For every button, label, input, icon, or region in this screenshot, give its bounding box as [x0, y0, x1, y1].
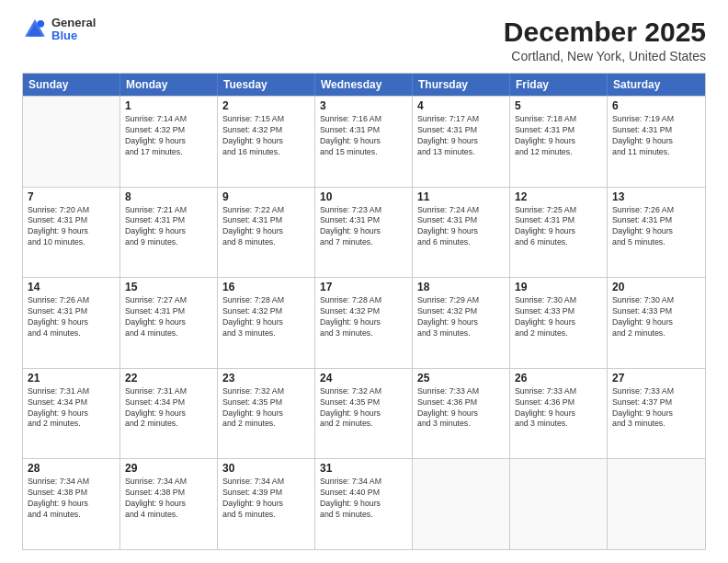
- day-number: 19: [515, 281, 602, 293]
- cell-line: Sunrise: 7:18 AM: [515, 114, 602, 125]
- cell-line: and 5 minutes.: [222, 510, 310, 521]
- calendar-row-1: 1Sunrise: 7:14 AMSunset: 4:32 PMDaylight…: [23, 96, 705, 187]
- location: Cortland, New York, United States: [504, 49, 706, 63]
- cell-line: Daylight: 9 hours: [28, 499, 115, 510]
- cell-line: Sunrise: 7:34 AM: [222, 477, 310, 488]
- cell-line: Sunset: 4:36 PM: [515, 397, 602, 408]
- cell-line: Daylight: 9 hours: [515, 226, 602, 237]
- header-day-friday: Friday: [510, 74, 608, 96]
- cell-line: Daylight: 9 hours: [515, 408, 602, 419]
- cell-line: and 3 minutes.: [417, 328, 505, 339]
- calendar-cell: 22Sunrise: 7:31 AMSunset: 4:34 PMDayligh…: [120, 369, 218, 459]
- cell-line: Sunrise: 7:23 AM: [320, 205, 407, 216]
- cell-line: Sunset: 4:35 PM: [222, 397, 310, 408]
- cell-line: Sunset: 4:31 PM: [125, 215, 212, 226]
- cell-line: and 2 minutes.: [222, 419, 310, 430]
- cell-line: Sunset: 4:32 PM: [417, 306, 505, 317]
- calendar-cell: 10Sunrise: 7:23 AMSunset: 4:31 PMDayligh…: [315, 188, 413, 278]
- header-day-tuesday: Tuesday: [218, 74, 315, 96]
- day-number: 31: [320, 462, 407, 475]
- cell-line: Sunset: 4:31 PM: [320, 215, 407, 226]
- cell-line: and 3 minutes.: [515, 419, 602, 430]
- cell-line: Sunrise: 7:16 AM: [320, 114, 407, 125]
- cell-line: Sunset: 4:32 PM: [222, 306, 310, 317]
- cell-line: Sunset: 4:35 PM: [320, 397, 407, 408]
- day-number: 4: [417, 99, 505, 112]
- cell-line: Sunset: 4:40 PM: [320, 488, 407, 499]
- month-title: December 2025: [504, 17, 706, 47]
- calendar-row-3: 14Sunrise: 7:26 AMSunset: 4:31 PMDayligh…: [23, 277, 705, 368]
- cell-line: and 3 minutes.: [417, 419, 505, 430]
- day-number: 23: [222, 372, 310, 385]
- day-number: 25: [417, 372, 505, 385]
- day-number: 7: [28, 190, 115, 203]
- calendar-cell: [413, 459, 510, 549]
- calendar-cell: 4Sunrise: 7:17 AMSunset: 4:31 PMDaylight…: [413, 97, 510, 187]
- logo-general: General: [51, 17, 96, 29]
- calendar-cell: 27Sunrise: 7:33 AMSunset: 4:37 PMDayligh…: [608, 369, 705, 459]
- cell-line: and 17 minutes.: [125, 147, 212, 158]
- cell-line: and 4 minutes.: [28, 328, 115, 339]
- calendar-cell: 28Sunrise: 7:34 AMSunset: 4:38 PMDayligh…: [23, 459, 120, 549]
- cell-line: Daylight: 9 hours: [28, 226, 115, 237]
- cell-line: and 16 minutes.: [222, 147, 310, 158]
- cell-line: Sunrise: 7:33 AM: [515, 386, 602, 397]
- day-number: 12: [515, 190, 602, 203]
- calendar-cell: 30Sunrise: 7:34 AMSunset: 4:39 PMDayligh…: [218, 459, 315, 549]
- cell-line: Daylight: 9 hours: [125, 499, 212, 510]
- header-day-wednesday: Wednesday: [315, 74, 413, 96]
- cell-line: Sunset: 4:33 PM: [612, 306, 700, 317]
- cell-line: Sunset: 4:37 PM: [612, 397, 700, 408]
- calendar-cell: 26Sunrise: 7:33 AMSunset: 4:36 PMDayligh…: [510, 369, 608, 459]
- cell-line: and 13 minutes.: [417, 147, 505, 158]
- cell-line: Sunrise: 7:28 AM: [320, 295, 407, 306]
- cell-line: Sunset: 4:31 PM: [28, 215, 115, 226]
- cell-line: Sunrise: 7:34 AM: [28, 477, 115, 488]
- cell-line: Sunrise: 7:30 AM: [612, 295, 700, 306]
- day-number: 22: [125, 372, 212, 385]
- cell-line: Sunset: 4:32 PM: [320, 306, 407, 317]
- calendar-cell: 8Sunrise: 7:21 AMSunset: 4:31 PMDaylight…: [120, 188, 218, 278]
- cell-line: Sunrise: 7:32 AM: [222, 386, 310, 397]
- calendar-cell: 24Sunrise: 7:32 AMSunset: 4:35 PMDayligh…: [315, 369, 413, 459]
- cell-line: and 5 minutes.: [320, 510, 407, 521]
- cell-line: Sunset: 4:31 PM: [515, 125, 602, 136]
- cell-line: and 10 minutes.: [28, 237, 115, 248]
- cell-line: Daylight: 9 hours: [125, 408, 212, 419]
- cell-line: and 6 minutes.: [417, 237, 505, 248]
- cell-line: and 4 minutes.: [28, 510, 115, 521]
- calendar-cell: 11Sunrise: 7:24 AMSunset: 4:31 PMDayligh…: [413, 188, 510, 278]
- cell-line: Sunrise: 7:34 AM: [320, 477, 407, 488]
- calendar-cell: 16Sunrise: 7:28 AMSunset: 4:32 PMDayligh…: [218, 278, 315, 368]
- calendar: SundayMondayTuesdayWednesdayThursdayFrid…: [22, 73, 706, 550]
- day-number: 27: [612, 372, 700, 385]
- calendar-row-5: 28Sunrise: 7:34 AMSunset: 4:38 PMDayligh…: [23, 458, 705, 549]
- cell-line: Daylight: 9 hours: [612, 226, 700, 237]
- cell-line: Sunset: 4:38 PM: [28, 488, 115, 499]
- cell-line: and 3 minutes.: [612, 419, 700, 430]
- cell-line: Daylight: 9 hours: [612, 317, 700, 328]
- day-number: 14: [28, 281, 115, 293]
- logo-blue: Blue: [51, 29, 96, 42]
- cell-line: Sunset: 4:31 PM: [612, 215, 700, 226]
- cell-line: Sunrise: 7:25 AM: [515, 205, 602, 216]
- calendar-cell: 9Sunrise: 7:22 AMSunset: 4:31 PMDaylight…: [218, 188, 315, 278]
- cell-line: Daylight: 9 hours: [125, 226, 212, 237]
- cell-line: Sunset: 4:36 PM: [417, 397, 505, 408]
- header-day-saturday: Saturday: [608, 74, 705, 96]
- calendar-cell: 17Sunrise: 7:28 AMSunset: 4:32 PMDayligh…: [315, 278, 413, 368]
- day-number: 16: [222, 281, 310, 293]
- cell-line: Daylight: 9 hours: [222, 317, 310, 328]
- calendar-cell: 2Sunrise: 7:15 AMSunset: 4:32 PMDaylight…: [218, 97, 315, 187]
- cell-line: and 8 minutes.: [222, 237, 310, 248]
- cell-line: Sunset: 4:31 PM: [417, 215, 505, 226]
- calendar-cell: 21Sunrise: 7:31 AMSunset: 4:34 PMDayligh…: [23, 369, 120, 459]
- calendar-cell: 14Sunrise: 7:26 AMSunset: 4:31 PMDayligh…: [23, 278, 120, 368]
- cell-line: Sunset: 4:39 PM: [222, 488, 310, 499]
- cell-line: Daylight: 9 hours: [125, 317, 212, 328]
- cell-line: Daylight: 9 hours: [320, 408, 407, 419]
- day-number: 2: [222, 99, 310, 112]
- day-number: 8: [125, 190, 212, 203]
- logo-text: General Blue: [51, 17, 96, 43]
- cell-line: Sunset: 4:33 PM: [515, 306, 602, 317]
